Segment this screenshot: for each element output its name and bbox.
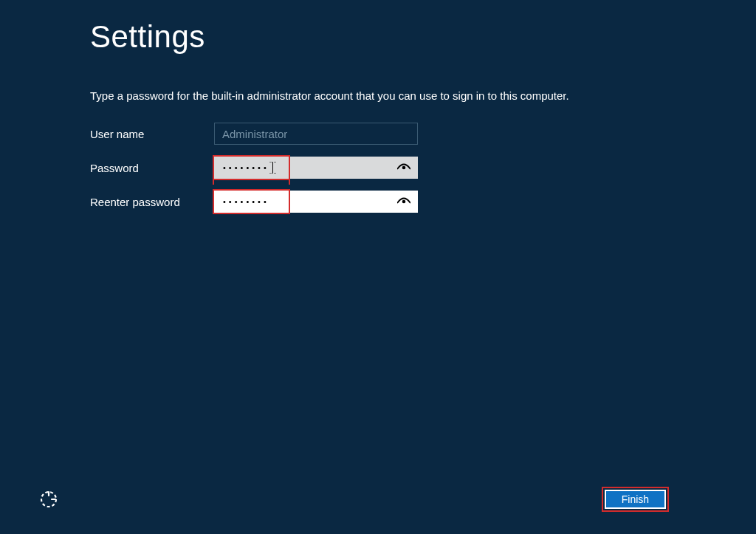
reenter-password-label: Reenter password	[90, 196, 214, 208]
svg-point-0	[402, 166, 406, 170]
reenter-container	[214, 191, 418, 213]
reenter-password-input[interactable]	[214, 191, 418, 213]
username-row: User name Administrator	[90, 117, 418, 151]
finish-button-highlight: Finish	[602, 487, 669, 512]
password-row: Password	[90, 151, 418, 185]
settings-form: User name Administrator Password Reenter…	[90, 117, 418, 219]
reenter-row: Reenter password	[90, 185, 418, 219]
password-input[interactable]	[214, 157, 418, 179]
password-label: Password	[90, 162, 214, 174]
username-field: Administrator	[214, 123, 418, 145]
reveal-password-icon[interactable]	[397, 161, 410, 174]
instruction-text: Type a password for the built-in adminis…	[90, 89, 569, 102]
page-title: Settings	[90, 19, 205, 55]
password-container	[214, 157, 418, 179]
svg-point-1	[402, 200, 406, 204]
username-label: User name	[90, 128, 214, 140]
reveal-reenter-password-icon[interactable]	[397, 195, 410, 208]
ease-of-access-icon[interactable]	[38, 489, 59, 513]
finish-button[interactable]: Finish	[605, 490, 666, 509]
